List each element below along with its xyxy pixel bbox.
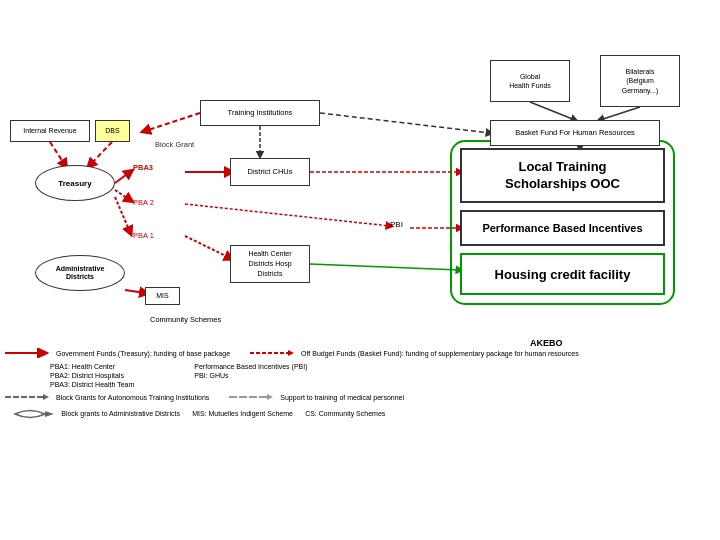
svg-line-14 [125, 290, 145, 293]
legend-pbi-detail: Performance Based Incentives (PBI) PBI: … [194, 362, 307, 389]
internal-revenue-box: Internal Revenue [10, 120, 90, 142]
local-training-box: Local Training Scholarships OOC [460, 148, 665, 203]
svg-line-6 [50, 142, 65, 165]
legend-pba2: PBA2: District Hospitals [50, 371, 134, 380]
legend-support-label: Support to training of medical personnel [280, 394, 404, 401]
svg-line-8 [115, 172, 130, 183]
legend-off-budget: Off Budget Funds (Basket Fund): funding … [250, 348, 579, 358]
svg-line-19 [310, 264, 460, 270]
svg-line-5 [145, 113, 200, 131]
internal-revenue-label: Internal Revenue [23, 126, 76, 135]
performance-label: Performance Based Incentives [482, 222, 642, 234]
basket-fund-box: Basket Fund For Human Resources [490, 120, 660, 146]
admin-label: Administrative Districts [56, 265, 105, 282]
housing-box: Housing credit facility [460, 253, 665, 295]
global-health-label: Global Health Funds [509, 72, 551, 90]
legend-pbi-ghus: PBI: GHUs [194, 371, 307, 380]
diagram-area: Global Health Funds Bilaterals (Belgium … [0, 0, 720, 540]
dbs-label: DBS [105, 126, 119, 135]
legend-pba3: PBA3: District Health Team [50, 380, 134, 389]
bilateral-label: Bilaterals (Belgium Germany...) [622, 67, 658, 94]
treasury-label: Treasury [58, 179, 91, 188]
pba1-label: PBA 1 [133, 231, 154, 240]
mis-label: MIS [156, 291, 168, 300]
treasury-ellipse: Treasury [35, 165, 115, 201]
svg-line-12 [115, 197, 130, 232]
admin-ellipse: Administrative Districts [35, 255, 125, 291]
svg-line-11 [185, 204, 390, 226]
housing-label: Housing credit facility [495, 267, 631, 282]
community-label: Community Schemes [150, 315, 230, 333]
akebo-label: AKEBO [530, 338, 563, 348]
svg-line-10 [115, 190, 130, 200]
svg-line-13 [185, 236, 230, 258]
legend-pbi-full: Performance Based Incentives (PBI) [194, 362, 307, 371]
legend-off-budget-label: Off Budget Funds (Basket Fund): funding … [301, 350, 579, 357]
legend-gov-label: Government Funds (Treasury): funding of … [56, 350, 230, 357]
block-grant-label: Block Grant [155, 140, 194, 149]
legend-block-grants: Block Grants for Autonomous Training Ins… [5, 392, 209, 402]
svg-marker-24 [288, 350, 294, 356]
dbs-box: DBS [95, 120, 130, 142]
legend-cs: CS: Community Schemes [305, 410, 385, 417]
svg-marker-28 [267, 394, 273, 400]
svg-marker-22 [43, 350, 49, 356]
legend-gov-funds: Government Funds (Treasury): funding of … [5, 348, 230, 358]
district-chus-label: District CHUs [248, 167, 293, 177]
legend-area: Government Funds (Treasury): funding of … [5, 348, 715, 423]
training-label: Training Institutions [228, 108, 293, 118]
training-box: Training Institutions [200, 100, 320, 126]
legend-mis: MIS: Mutuelles Indigent Scheme [192, 410, 293, 417]
legend-block-grants-label: Block Grants for Autonomous Training Ins… [56, 394, 209, 401]
pba3-label: PBA3 [133, 163, 153, 172]
svg-marker-29 [45, 411, 54, 417]
svg-line-20 [320, 113, 490, 133]
basket-fund-label: Basket Fund For Human Resources [515, 128, 635, 138]
svg-line-7 [90, 142, 112, 165]
legend-pba1: PBA1: Health Center [50, 362, 134, 371]
bilateral-box: Bilaterals (Belgium Germany...) [600, 55, 680, 107]
health-center-box: Health Center Districts Hosp Districts [230, 245, 310, 283]
legend-pba-detail: PBA1: Health Center PBA2: District Hospi… [50, 362, 134, 389]
mis-box: MIS [145, 287, 180, 305]
district-chus-box: District CHUs [230, 158, 310, 186]
svg-line-3 [530, 102, 575, 120]
pba2-label: PBA 2 [133, 198, 154, 207]
pbi-label: PBI [390, 220, 403, 229]
legend-support: Support to training of medical personnel [229, 392, 404, 402]
svg-marker-26 [43, 394, 49, 400]
local-training-label: Local Training Scholarships OOC [505, 159, 620, 193]
svg-line-4 [600, 107, 640, 120]
performance-box: Performance Based Incentives [460, 210, 665, 246]
legend-bottom: Block grants to Administrative Districts… [10, 405, 715, 423]
global-health-box: Global Health Funds [490, 60, 570, 102]
health-center-label: Health Center Districts Hosp Districts [248, 249, 291, 278]
